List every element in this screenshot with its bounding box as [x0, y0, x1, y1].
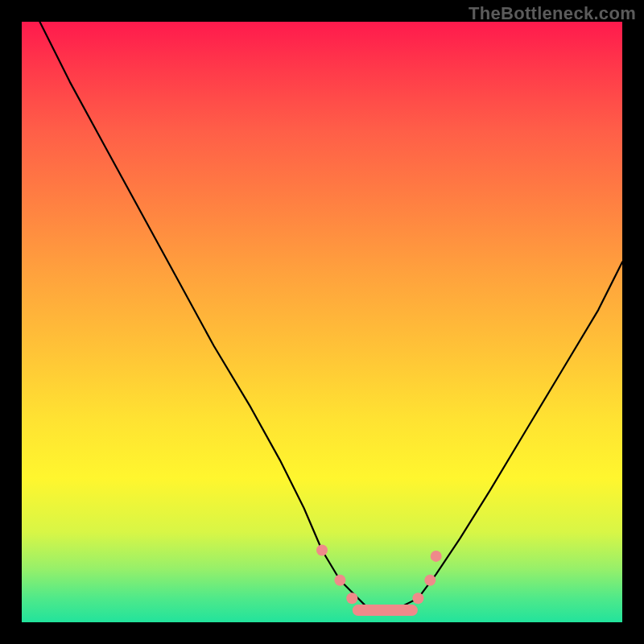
marker-dot — [334, 575, 345, 586]
marker-dot — [431, 551, 442, 562]
chart-stage: TheBottleneck.com — [0, 0, 644, 644]
curve-svg — [22, 22, 622, 622]
marker-dot — [412, 592, 423, 604]
plot-area — [22, 22, 622, 622]
marker-dot — [424, 575, 436, 586]
marker-dot — [346, 592, 357, 604]
marker-dot — [316, 545, 328, 556]
bottleneck-curve — [39, 22, 622, 610]
marker-dots — [316, 545, 442, 605]
